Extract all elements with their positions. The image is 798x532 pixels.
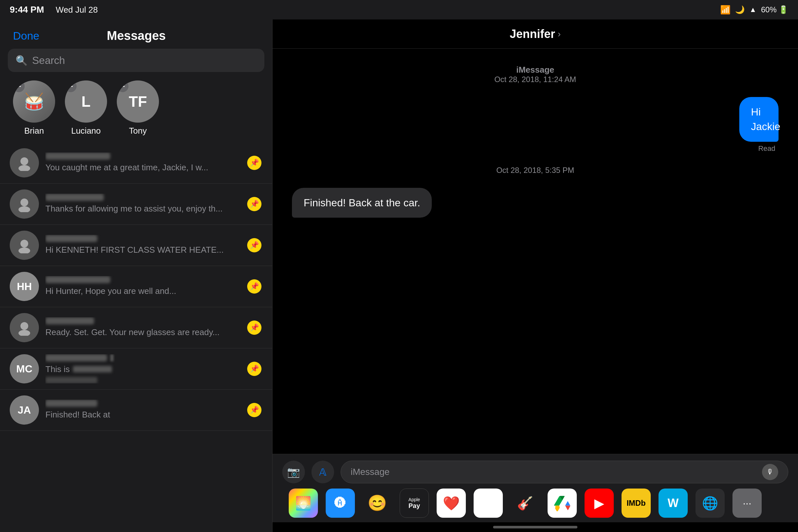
read-label: Read	[758, 144, 779, 153]
avatar-tony: − TF	[117, 80, 159, 122]
chat-contact-name[interactable]: Jennifer	[510, 27, 555, 41]
recent-contact-luciano[interactable]: − L Luciano	[65, 80, 107, 136]
minus-badge-brian: −	[13, 80, 25, 92]
search-input[interactable]: Search	[32, 55, 65, 66]
svg-point-5	[18, 248, 30, 253]
battery-icon-shape: 🔋	[779, 5, 788, 14]
recent-contact-tony[interactable]: − TF Tony	[117, 80, 159, 136]
pin-icon-4: 📌	[246, 278, 262, 294]
chat-chevron-icon: ›	[558, 29, 560, 39]
convo-name-blur-3	[45, 235, 97, 242]
home-bar	[493, 526, 577, 528]
pin-badge-2: 📌	[247, 197, 262, 211]
convo-content-6: This is	[45, 354, 240, 383]
app-icon-globe[interactable]: 🌐	[696, 489, 725, 518]
convo-name-blur-7	[45, 400, 97, 407]
svg-point-7	[18, 330, 30, 336]
minus-badge-tony: −	[117, 80, 129, 92]
convo-name-row-6	[45, 354, 240, 361]
wifi-icon: 📶	[720, 5, 730, 15]
timestamp-label-imessage: iMessage	[292, 65, 779, 75]
minus-badge-luciano: −	[65, 80, 77, 92]
convo-name-row-3	[45, 235, 240, 242]
convo-item-3[interactable]: Hi KENNETH! FIRST CLASS WATER HEATE... 📌	[0, 225, 272, 266]
avatar-brian: − 🥁	[13, 80, 55, 122]
convo-name-row-4	[45, 276, 240, 283]
svg-point-0	[20, 157, 28, 165]
status-date: Wed Jul 28	[56, 5, 98, 15]
convo-avatar-6: MC	[10, 354, 39, 383]
app-icon-memoji[interactable]: 😊	[363, 489, 392, 518]
left-panel: Done Messages 🔍 Search − 🥁 Brian −	[0, 19, 272, 532]
avatar-luciano: − L	[65, 80, 107, 122]
convo-content-4: Hi Hunter, Hope you are well and...	[45, 276, 240, 297]
convo-avatar-2	[10, 189, 39, 218]
messages-area: iMessage Oct 28, 2018, 11:24 AM Hi Jacki…	[272, 49, 798, 454]
app-icon-wp[interactable]: W	[659, 489, 688, 518]
app-icon-photos[interactable]: 🌅	[289, 489, 318, 518]
message-placeholder: iMessage	[351, 467, 390, 477]
app-icon-applepay[interactable]: Apple Pay	[400, 489, 429, 518]
right-panel: Jennifer › iMessage Oct 28, 2018, 11:24 …	[272, 19, 798, 532]
convo-preview-2: Thanks for allowing me to assist you, en…	[45, 203, 240, 214]
signal-icon: ▲	[749, 5, 757, 14]
convo-item-7[interactable]: JA Finished! Back at 📌	[0, 390, 272, 431]
message-bubble-finished: Finished! Back at the car.	[292, 188, 432, 218]
convo-name-blur-4	[45, 276, 110, 283]
message-bubble-hi-jackie: Hi Jackie	[739, 97, 779, 142]
chat-header: Jennifer ›	[272, 19, 798, 49]
camera-button[interactable]: 📷	[282, 461, 305, 483]
message-input[interactable]: iMessage 🎙	[341, 461, 788, 483]
app-icon-imdb[interactable]: IMDb	[622, 489, 651, 518]
app-icon-heart[interactable]: ❤️	[437, 489, 466, 518]
pin-icon-1: 📌	[246, 155, 262, 171]
app-icon-appstore[interactable]: 🅐	[326, 489, 355, 518]
convo-preview-5: Ready. Set. Get. Your new glasses are re…	[45, 326, 240, 338]
recent-contact-brian[interactable]: − 🥁 Brian	[13, 80, 55, 136]
convo-item-2[interactable]: Thanks for allowing me to assist you, en…	[0, 184, 272, 225]
convo-avatar-4: HH	[10, 272, 39, 301]
app-icon-more[interactable]: ···	[733, 489, 762, 518]
convo-item-6[interactable]: MC This is 📌	[0, 348, 272, 390]
convo-item-5[interactable]: Ready. Set. Get. Your new glasses are re…	[0, 307, 272, 348]
convo-content-2: Thanks for allowing me to assist you, en…	[45, 194, 240, 214]
convo-name-blur-6	[45, 354, 107, 361]
pin-badge-6: 📌	[247, 362, 262, 376]
app-icon-maps[interactable]: 🗺	[474, 489, 503, 518]
audio-button[interactable]: 🎙	[762, 464, 778, 480]
convo-preview-6: This is	[45, 363, 70, 375]
svg-point-2	[20, 198, 28, 206]
convo-avatar-1	[10, 148, 39, 177]
convo-content-3: Hi KENNETH! FIRST CLASS WATER HEATE...	[45, 235, 240, 255]
convo-item-1[interactable]: You caught me at a great time, Jackie, I…	[0, 142, 272, 184]
battery-percent: 60%	[761, 5, 777, 14]
app-icon-guitar[interactable]: 🎸	[511, 489, 540, 518]
app-icon-youtube[interactable]: ▶	[585, 489, 614, 518]
recent-contacts-row: − 🥁 Brian − L Luciano − TF Tony	[0, 77, 272, 142]
pin-icon-3: 📌	[246, 237, 262, 253]
convo-preview-3: Hi KENNETH! FIRST CLASS WATER HEATE...	[45, 244, 240, 255]
convo-item-4[interactable]: HH Hi Hunter, Hope you are well and... 📌	[0, 266, 272, 307]
timestamp-label-date1: Oct 28, 2018, 11:24 AM	[292, 75, 779, 84]
svg-point-6	[20, 322, 28, 330]
convo-name-blur-2	[45, 194, 104, 201]
pin-icon-2: 📌	[246, 196, 262, 212]
convo-avatar-7: JA	[10, 395, 39, 425]
status-bar: 9:44 PM Wed Jul 28 📶 🌙 ▲ 60% 🔋	[0, 0, 798, 19]
status-time: 9:44 PM	[10, 4, 44, 15]
svg-point-1	[18, 165, 30, 171]
recent-label-tony: Tony	[129, 126, 147, 136]
done-button[interactable]: Done	[13, 30, 39, 42]
convo-content-7: Finished! Back at	[45, 400, 240, 420]
app-icon-gdrive[interactable]	[548, 489, 577, 518]
search-bar[interactable]: 🔍 Search	[8, 49, 264, 72]
recent-label-brian: Brian	[24, 126, 44, 136]
search-icon: 🔍	[16, 55, 27, 66]
svg-point-3	[18, 206, 30, 212]
moon-icon: 🌙	[735, 5, 745, 14]
convo-name-blur-1	[45, 152, 110, 159]
convo-name-row-2	[45, 194, 240, 201]
input-row: 📷 𝔸 iMessage 🎙	[282, 461, 788, 483]
appstore-button[interactable]: 𝔸	[311, 461, 334, 483]
pin-badge-4: 📌	[247, 279, 262, 293]
